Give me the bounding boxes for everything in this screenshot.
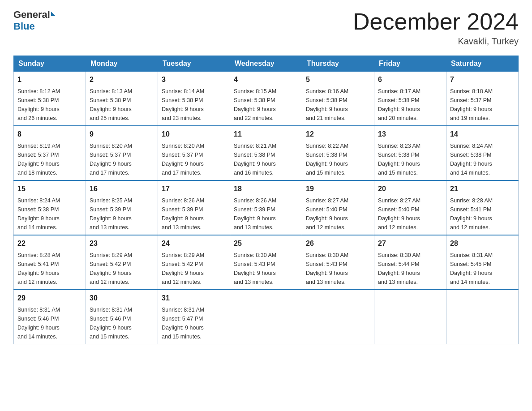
day-info: Sunrise: 8:17 AM Sunset: 5:38 PM Dayligh… [378, 87, 442, 123]
day-number: 18 [234, 184, 298, 194]
calendar-day-cell: 17 Sunrise: 8:26 AM Sunset: 5:39 PM Dayl… [158, 180, 230, 235]
day-info: Sunrise: 8:14 AM Sunset: 5:38 PM Dayligh… [162, 87, 226, 123]
calendar-day-cell: 19 Sunrise: 8:27 AM Sunset: 5:40 PM Dayl… [302, 180, 374, 235]
calendar-day-cell: 12 Sunrise: 8:22 AM Sunset: 5:38 PM Dayl… [302, 126, 374, 180]
day-info: Sunrise: 8:30 AM Sunset: 5:43 PM Dayligh… [306, 251, 370, 287]
calendar-day-cell: 3 Sunrise: 8:14 AM Sunset: 5:38 PM Dayli… [158, 72, 230, 126]
logo-blue-text: Blue [13, 21, 35, 32]
day-number: 2 [90, 74, 154, 85]
day-number: 1 [17, 74, 82, 85]
day-number: 13 [378, 129, 442, 140]
calendar-day-cell: 6 Sunrise: 8:17 AM Sunset: 5:38 PM Dayli… [374, 72, 446, 126]
calendar-day-cell: 28 Sunrise: 8:31 AM Sunset: 5:45 PM Dayl… [446, 235, 519, 290]
page-header: General Blue December 2024 Kavakli, Turk… [13, 9, 519, 47]
day-number: 12 [306, 129, 370, 140]
day-info: Sunrise: 8:15 AM Sunset: 5:38 PM Dayligh… [234, 87, 298, 123]
day-info: Sunrise: 8:31 AM Sunset: 5:45 PM Dayligh… [450, 251, 515, 287]
day-info: Sunrise: 8:20 AM Sunset: 5:37 PM Dayligh… [162, 141, 226, 177]
day-number: 14 [450, 129, 515, 140]
logo-general-text: General [13, 9, 50, 21]
day-info: Sunrise: 8:30 AM Sunset: 5:44 PM Dayligh… [378, 251, 442, 287]
weekday-header-thursday: Thursday [302, 56, 374, 72]
day-info: Sunrise: 8:28 AM Sunset: 5:41 PM Dayligh… [17, 251, 82, 287]
day-info: Sunrise: 8:29 AM Sunset: 5:42 PM Dayligh… [90, 251, 154, 287]
logo: General Blue [13, 9, 56, 32]
day-number: 24 [162, 238, 226, 249]
day-number: 21 [450, 184, 515, 194]
calendar-day-cell: 2 Sunrise: 8:13 AM Sunset: 5:38 PM Dayli… [86, 72, 158, 126]
day-info: Sunrise: 8:26 AM Sunset: 5:39 PM Dayligh… [162, 196, 226, 232]
day-info: Sunrise: 8:12 AM Sunset: 5:38 PM Dayligh… [17, 87, 82, 123]
day-info: Sunrise: 8:19 AM Sunset: 5:37 PM Dayligh… [17, 141, 82, 177]
day-info: Sunrise: 8:31 AM Sunset: 5:47 PM Dayligh… [162, 305, 226, 341]
day-number: 22 [17, 238, 82, 249]
calendar-table: SundayMondayTuesdayWednesdayThursdayFrid… [13, 56, 519, 344]
day-info: Sunrise: 8:28 AM Sunset: 5:41 PM Dayligh… [450, 196, 515, 232]
calendar-day-cell: 25 Sunrise: 8:30 AM Sunset: 5:43 PM Dayl… [230, 235, 302, 290]
calendar-day-cell: 10 Sunrise: 8:20 AM Sunset: 5:37 PM Dayl… [158, 126, 230, 180]
location-label: Kavakli, Turkey [353, 36, 519, 47]
calendar-day-cell [230, 290, 302, 344]
day-number: 17 [162, 184, 226, 194]
weekday-header-saturday: Saturday [446, 56, 519, 72]
day-info: Sunrise: 8:18 AM Sunset: 5:37 PM Dayligh… [450, 87, 515, 123]
day-info: Sunrise: 8:31 AM Sunset: 5:46 PM Dayligh… [17, 305, 82, 341]
day-number: 10 [162, 129, 226, 140]
calendar-day-cell: 15 Sunrise: 8:24 AM Sunset: 5:38 PM Dayl… [14, 180, 86, 235]
calendar-day-cell [302, 290, 374, 344]
day-number: 25 [234, 238, 298, 249]
calendar-header: SundayMondayTuesdayWednesdayThursdayFrid… [14, 56, 519, 72]
weekday-header-sunday: Sunday [14, 56, 86, 72]
day-info: Sunrise: 8:27 AM Sunset: 5:40 PM Dayligh… [306, 196, 370, 232]
calendar-week-row: 8 Sunrise: 8:19 AM Sunset: 5:37 PM Dayli… [14, 126, 519, 180]
calendar-day-cell: 14 Sunrise: 8:24 AM Sunset: 5:38 PM Dayl… [446, 126, 519, 180]
calendar-day-cell: 7 Sunrise: 8:18 AM Sunset: 5:37 PM Dayli… [446, 72, 519, 126]
calendar-body: 1 Sunrise: 8:12 AM Sunset: 5:38 PM Dayli… [14, 72, 519, 344]
day-info: Sunrise: 8:24 AM Sunset: 5:38 PM Dayligh… [450, 141, 515, 177]
day-number: 6 [378, 74, 442, 85]
day-info: Sunrise: 8:27 AM Sunset: 5:40 PM Dayligh… [378, 196, 442, 232]
calendar-day-cell: 1 Sunrise: 8:12 AM Sunset: 5:38 PM Dayli… [14, 72, 86, 126]
day-number: 5 [306, 74, 370, 85]
day-info: Sunrise: 8:16 AM Sunset: 5:38 PM Dayligh… [306, 87, 370, 123]
day-number: 9 [90, 129, 154, 140]
day-number: 4 [234, 74, 298, 85]
logo-arrow-icon [51, 12, 56, 16]
calendar-day-cell: 16 Sunrise: 8:25 AM Sunset: 5:39 PM Dayl… [86, 180, 158, 235]
calendar-week-row: 22 Sunrise: 8:28 AM Sunset: 5:41 PM Dayl… [14, 235, 519, 290]
calendar-day-cell: 23 Sunrise: 8:29 AM Sunset: 5:42 PM Dayl… [86, 235, 158, 290]
day-number: 28 [450, 238, 515, 249]
calendar-day-cell [446, 290, 519, 344]
weekday-header-friday: Friday [374, 56, 446, 72]
calendar-day-cell: 22 Sunrise: 8:28 AM Sunset: 5:41 PM Dayl… [14, 235, 86, 290]
calendar-day-cell: 26 Sunrise: 8:30 AM Sunset: 5:43 PM Dayl… [302, 235, 374, 290]
day-number: 23 [90, 238, 154, 249]
day-number: 29 [17, 293, 82, 304]
calendar-day-cell: 18 Sunrise: 8:26 AM Sunset: 5:39 PM Dayl… [230, 180, 302, 235]
calendar-week-row: 1 Sunrise: 8:12 AM Sunset: 5:38 PM Dayli… [14, 72, 519, 126]
calendar-day-cell: 5 Sunrise: 8:16 AM Sunset: 5:38 PM Dayli… [302, 72, 374, 126]
month-title: December 2024 [353, 9, 519, 34]
day-number: 19 [306, 184, 370, 194]
calendar-day-cell: 24 Sunrise: 8:29 AM Sunset: 5:42 PM Dayl… [158, 235, 230, 290]
day-info: Sunrise: 8:24 AM Sunset: 5:38 PM Dayligh… [17, 196, 82, 232]
day-info: Sunrise: 8:25 AM Sunset: 5:39 PM Dayligh… [90, 196, 154, 232]
weekday-header-row: SundayMondayTuesdayWednesdayThursdayFrid… [14, 56, 519, 72]
day-number: 7 [450, 74, 515, 85]
calendar-day-cell: 27 Sunrise: 8:30 AM Sunset: 5:44 PM Dayl… [374, 235, 446, 290]
day-number: 27 [378, 238, 442, 249]
calendar-day-cell: 21 Sunrise: 8:28 AM Sunset: 5:41 PM Dayl… [446, 180, 519, 235]
day-info: Sunrise: 8:30 AM Sunset: 5:43 PM Dayligh… [234, 251, 298, 287]
day-info: Sunrise: 8:29 AM Sunset: 5:42 PM Dayligh… [162, 251, 226, 287]
calendar-day-cell [374, 290, 446, 344]
day-number: 11 [234, 129, 298, 140]
day-number: 8 [17, 129, 82, 140]
weekday-header-monday: Monday [86, 56, 158, 72]
day-number: 15 [17, 184, 82, 194]
calendar-day-cell: 9 Sunrise: 8:20 AM Sunset: 5:37 PM Dayli… [86, 126, 158, 180]
day-number: 30 [90, 293, 154, 304]
day-number: 20 [378, 184, 442, 194]
calendar-day-cell: 13 Sunrise: 8:23 AM Sunset: 5:38 PM Dayl… [374, 126, 446, 180]
title-section: December 2024 Kavakli, Turkey [353, 9, 519, 47]
day-number: 31 [162, 293, 226, 304]
